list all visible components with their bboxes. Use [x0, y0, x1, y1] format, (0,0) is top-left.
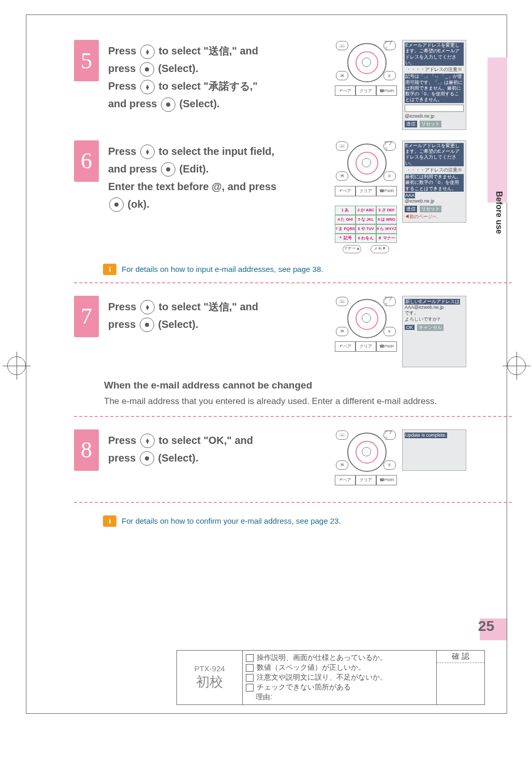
info-icon: ℹ — [103, 515, 116, 527]
select-dot-icon — [161, 97, 175, 112]
step-6-screen: Eメールアドレスを変更します。ご希望のEメールアドレスを入力してください。 ・・… — [402, 140, 466, 223]
nav-arrows-icon: ▲▼ — [140, 80, 155, 94]
proof-model: PTX-924 — [194, 664, 225, 673]
pill-book-icon: 📖 — [336, 297, 348, 306]
phone-keys-diagram: 📖 アプリ ✉ E ↶ ペア クリア ☎ PWR — [335, 429, 397, 492]
pill-app-icon: アプリ — [383, 141, 396, 151]
select-dot-icon — [140, 318, 154, 332]
softkey-mid: クリア — [356, 186, 376, 196]
softkey-mid: クリア — [356, 475, 376, 485]
divider — [74, 282, 512, 283]
pill-book-icon: 📖 — [336, 141, 348, 151]
select-dot-icon — [109, 197, 124, 212]
step-8-thumbs: 📖 アプリ ✉ E ↶ ペア クリア ☎ PWR Update is compl… — [335, 429, 466, 492]
step-text: Press ▲▼ to select "送信," and press (Sele… — [108, 40, 326, 130]
pill-book-icon: 📖 — [336, 430, 348, 440]
step-8-screen: Update is complete. — [402, 429, 466, 471]
page-frame: Before use 5 Press ▲▼ to select "送信," an… — [26, 15, 507, 714]
phone-keys-diagram: 📖 アプリ ✉ E ↶ ペア クリア ☎ PWR — [335, 140, 397, 203]
proof-stage: 初校 — [196, 673, 223, 691]
pill-app-icon: アプリ — [383, 41, 396, 50]
pill-app-icon: アプリ — [383, 297, 396, 306]
proof-check-table: PTX-924 初校 操作説明、画面が仕様とあっているか。 数値（スペック値）が… — [176, 650, 485, 705]
select-dot-icon — [140, 62, 154, 77]
page-content: 5 Press ▲▼ to select "送信," and press (Se… — [74, 40, 512, 533]
registration-mark-right — [507, 356, 526, 375]
step-7-subsection: When the e-mail address cannot be change… — [104, 378, 512, 409]
pill-app-icon: アプリ — [383, 430, 396, 440]
phone-keypad: 1 あ2 か ABC3 さ DEF 4 た GHI5 な JKL6 は MNO … — [335, 206, 397, 243]
step-number: 5 — [74, 40, 99, 81]
nav-arrows-icon: ▲▼ — [140, 45, 155, 59]
step-text: Press ▲▼ to select "OK," and press (Sele… — [108, 429, 326, 492]
phone-keys-diagram: 📖 アプリ ✉ E ↶ ペア クリア ☎ PWR — [335, 296, 397, 358]
pill-e-icon: E — [383, 171, 396, 181]
step-number: 6 — [74, 140, 99, 182]
pill-mail-icon: ✉ — [336, 171, 348, 181]
pill-e-icon: E — [383, 327, 396, 336]
pill-e-icon: E — [383, 71, 396, 80]
step-number: 7 — [74, 296, 99, 337]
select-dot-icon — [140, 451, 154, 466]
pill-mail-icon: ✉ — [336, 71, 348, 80]
step-5-thumbs: 📖 アプリ ✉ E ↶ ペア クリア ☎ PWR Eメールアドレスを変更します。… — [335, 40, 466, 130]
phone-keys-diagram: 📖 アプリ ✉ E ↶ ペア クリア ☎ PWR — [335, 40, 397, 102]
softkey-left: ↶ ペア — [335, 85, 356, 96]
step-6: 6 Press ▲▼ to select the input field, an… — [74, 140, 512, 253]
pill-book-icon: 📖 — [336, 41, 348, 50]
softkey-right: ☎ PWR — [376, 186, 397, 196]
info-icon: ℹ — [103, 264, 116, 275]
softkey-left: ↶ ペア — [335, 341, 356, 352]
softkey-mid: クリア — [356, 85, 376, 96]
softkey-right: ☎ PWR — [376, 85, 397, 96]
step-text: Press ▲▼ to select the input field, and … — [108, 140, 326, 253]
note-8: ℹ For details on how to confirm your e-m… — [103, 515, 512, 527]
pill-mail-icon: ✉ — [336, 460, 348, 470]
step-number: 8 — [74, 429, 99, 471]
softkey-right: ☎ PWR — [376, 475, 397, 485]
softkey-mid: クリア — [356, 341, 376, 352]
softkey-right: ☎ PWR — [376, 341, 397, 352]
nav-arrows-icon: ▲▼ — [140, 300, 155, 314]
step-text: Press ▲▼ to select "送信," and press (Sele… — [108, 296, 326, 367]
side-tab-bg — [487, 57, 507, 203]
step-6-thumbs: 📖 アプリ ✉ E ↶ ペア クリア ☎ PWR — [335, 140, 466, 253]
page-number: 25 — [478, 618, 494, 635]
step-5: 5 Press ▲▼ to select "送信," and press (Se… — [74, 40, 512, 130]
side-tab-label: Before use — [494, 191, 504, 234]
nav-arrows-icon: ▲▼ — [140, 434, 155, 448]
step-7-screen: 新しいEメールアドレスは AAA@ezweb.ne.jp です。 よろしいですか… — [402, 296, 466, 367]
note-6: ℹ For details on how to input e-mail add… — [103, 264, 512, 275]
pill-mail-icon: ✉ — [336, 327, 348, 336]
softkey-left: ↶ ペア — [335, 186, 356, 196]
registration-mark-left — [7, 356, 26, 375]
step-8: 8 Press ▲▼ to select "OK," and press (Se… — [74, 429, 512, 492]
proof-confirm-header: 確 認 — [437, 651, 484, 663]
step-7-thumbs: 📖 アプリ ✉ E ↶ ペア クリア ☎ PWR 新しいEメールアドレスは — [335, 296, 466, 367]
divider — [74, 416, 512, 417]
softkey-left: ↶ ペア — [335, 475, 356, 485]
step-5-screen: Eメールアドレスを変更します。ご希望のEメールアドレスを入力してください。 ・・… — [402, 40, 466, 130]
divider — [74, 502, 512, 503]
step-7: 7 Press ▲▼ to select "送信," and press (Se… — [74, 296, 512, 367]
nav-arrows-icon: ▲▼ — [140, 145, 155, 159]
select-dot-icon — [161, 162, 175, 177]
pill-e-icon: E — [383, 460, 396, 470]
